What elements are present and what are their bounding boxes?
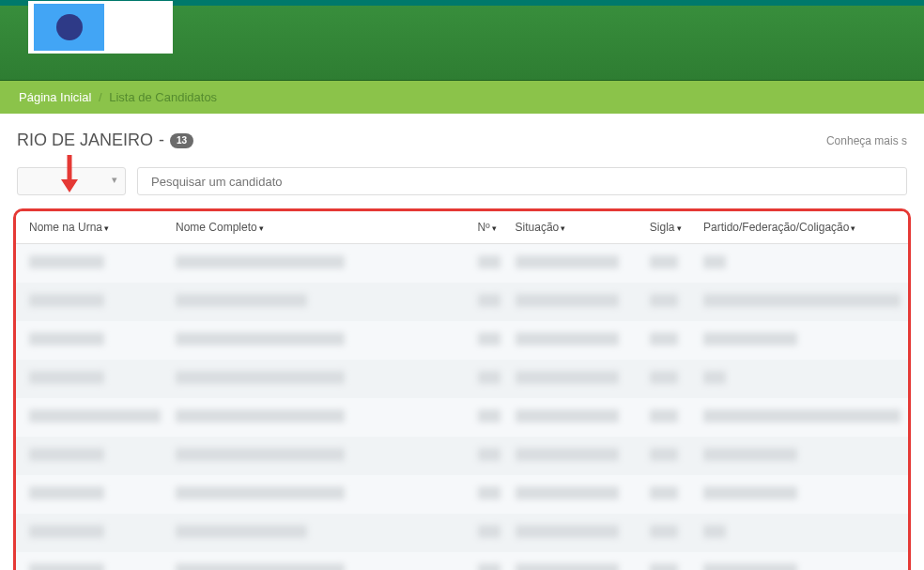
cell-partido <box>703 294 901 307</box>
cell-nome <box>176 525 307 538</box>
cell-nome <box>176 294 307 307</box>
cell-sigla <box>650 255 678 269</box>
cell-partido <box>703 371 726 384</box>
table-row[interactable] <box>16 552 908 570</box>
cell-nome <box>176 371 345 384</box>
cell-nome <box>176 563 345 570</box>
cell-situacao <box>516 563 619 570</box>
cell-sigla <box>650 525 678 538</box>
cell-urna <box>29 486 104 500</box>
cell-nome <box>176 486 345 500</box>
breadcrumb-home-link[interactable]: Página Inicial <box>19 90 91 104</box>
sort-caret-icon: ▾ <box>259 223 264 233</box>
col-header-nome[interactable]: Nome Completo▾ <box>168 211 470 244</box>
cell-numero <box>478 448 500 461</box>
cell-partido <box>703 409 901 423</box>
sort-caret-icon: ▾ <box>851 223 855 233</box>
table-row[interactable] <box>16 475 908 514</box>
col-header-urna[interactable]: Nome na Urna▾ <box>16 211 168 244</box>
col-header-sigla[interactable]: Sigla▾ <box>642 211 696 244</box>
cell-numero <box>478 371 500 384</box>
col-header-numero[interactable]: Nº▾ <box>470 211 508 244</box>
cell-nome <box>176 448 345 461</box>
cell-sigla <box>650 448 678 461</box>
breadcrumb-separator: / <box>99 90 102 104</box>
cell-numero <box>478 486 500 500</box>
table-row[interactable] <box>16 437 908 475</box>
cell-urna <box>29 563 104 570</box>
cell-numero <box>478 563 500 570</box>
cell-numero <box>478 525 500 538</box>
cell-urna <box>29 448 104 461</box>
cell-sigla <box>650 332 678 346</box>
cell-situacao <box>516 255 619 269</box>
cell-partido <box>703 563 797 570</box>
cell-sigla <box>650 371 678 384</box>
cell-urna <box>29 332 104 346</box>
cell-sigla <box>650 486 678 500</box>
filter-dropdown[interactable] <box>17 167 126 195</box>
cell-sigla <box>650 563 678 570</box>
cell-urna <box>29 255 104 269</box>
table-row[interactable] <box>16 283 908 321</box>
cell-nome <box>176 255 345 269</box>
cell-partido <box>703 525 726 538</box>
cell-numero <box>478 255 500 269</box>
page-title: RIO DE JANEIRO - 13 <box>17 131 193 150</box>
count-badge: 13 <box>170 133 193 148</box>
cell-situacao <box>516 332 619 346</box>
table-row[interactable] <box>16 398 908 437</box>
sort-caret-icon: ▾ <box>677 223 682 233</box>
cell-urna <box>29 294 104 307</box>
cell-situacao <box>516 371 619 384</box>
cell-situacao <box>516 294 619 307</box>
title-separator: - <box>159 131 164 150</box>
cell-situacao <box>516 448 619 461</box>
table-row[interactable] <box>16 321 908 360</box>
cell-partido <box>703 448 797 461</box>
table-row[interactable] <box>16 514 908 552</box>
breadcrumb: Página Inicial / Lista de Candidatos <box>0 81 924 114</box>
candidates-table-highlight: Nome na Urna▾ Nome Completo▾ Nº▾ Situaçã… <box>13 208 911 570</box>
cell-partido <box>703 332 797 346</box>
header-banner <box>0 6 924 81</box>
sort-caret-icon: ▾ <box>104 223 109 233</box>
cell-sigla <box>650 294 678 307</box>
candidates-table: Nome na Urna▾ Nome Completo▾ Nº▾ Situaçã… <box>16 211 908 570</box>
cell-partido <box>703 486 797 500</box>
col-header-partido[interactable]: Partido/Federação/Coligação▾ <box>696 211 908 244</box>
cell-nome <box>176 332 345 346</box>
cell-numero <box>478 409 500 423</box>
cell-situacao <box>516 486 619 500</box>
title-region: RIO DE JANEIRO <box>17 131 153 150</box>
sort-caret-icon: ▾ <box>561 223 565 233</box>
cell-numero <box>478 332 500 346</box>
cell-partido <box>703 255 726 269</box>
search-input[interactable] <box>137 167 907 195</box>
more-info-link[interactable]: Conheça mais s <box>826 134 907 147</box>
table-row[interactable] <box>16 244 908 284</box>
region-flag <box>28 1 173 54</box>
col-header-situacao[interactable]: Situação▾ <box>508 211 642 244</box>
breadcrumb-current: Lista de Candidatos <box>109 90 217 104</box>
sort-caret-icon: ▾ <box>492 223 497 233</box>
cell-urna <box>29 371 104 384</box>
cell-situacao <box>516 409 619 423</box>
table-row[interactable] <box>16 360 908 398</box>
cell-numero <box>478 294 500 307</box>
cell-urna <box>29 525 104 538</box>
cell-nome <box>176 409 345 423</box>
cell-urna <box>29 409 161 423</box>
cell-situacao <box>516 525 619 538</box>
cell-sigla <box>650 409 678 423</box>
